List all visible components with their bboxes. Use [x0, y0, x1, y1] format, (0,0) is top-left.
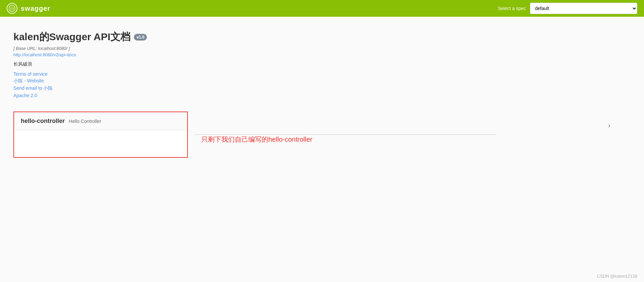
api-description: 长风破浪	[13, 61, 617, 67]
api-links: Terms of service 小陈 - Website Send email…	[13, 71, 617, 98]
watermark: CSDN @kalen12138	[597, 274, 637, 279]
spec-select[interactable]: default	[530, 3, 637, 14]
version-badge: v1.0	[134, 34, 147, 41]
select-spec-label: Select a spec	[498, 6, 526, 11]
controller-top-row[interactable]: hello-controller Hello Controller	[14, 112, 187, 130]
controller-left: hello-controller Hello Controller	[21, 118, 101, 125]
api-title: kalen的Swagger API文档	[13, 30, 130, 44]
api-info: kalen的Swagger API文档 v1.0 [ Base URL: loc…	[13, 30, 617, 98]
license-link[interactable]: Apache 2.0	[13, 93, 617, 98]
terms-of-service-link[interactable]: Terms of service	[13, 71, 617, 77]
controller-chevron-icon[interactable]: ›	[608, 122, 610, 129]
controller-empty-area	[14, 130, 187, 157]
controller-name: hello-controller	[21, 118, 65, 125]
brand: {-} swagger	[7, 3, 50, 14]
controller-section: hello-controller Hello Controller › 只剩下我…	[13, 112, 617, 158]
navbar-right: Select a spec default	[498, 3, 637, 14]
swagger-logo: {-}	[7, 3, 17, 14]
brand-name: swagger	[21, 5, 50, 12]
controller-desc: Hello Controller	[69, 119, 101, 124]
base-url: [ Base URL: localhost:8080/ ]	[13, 46, 617, 51]
navbar: {-} swagger Select a spec default	[0, 0, 644, 17]
watermark-text: CSDN @kalen12138	[597, 274, 637, 279]
svg-text:{-}: {-}	[10, 7, 14, 10]
api-title-row: kalen的Swagger API文档 v1.0	[13, 30, 617, 44]
annotation-text: 只剩下我们自己编写的hello-controller	[201, 135, 312, 144]
controller-highlight-box: hello-controller Hello Controller	[13, 112, 188, 158]
controller-wrapper: hello-controller Hello Controller › 只剩下我…	[13, 112, 617, 158]
api-docs-link[interactable]: http://localhost:8080/v2/api-docs	[13, 52, 617, 57]
main-content: kalen的Swagger API文档 v1.0 [ Base URL: loc…	[0, 17, 631, 171]
email-link[interactable]: Send email to 小陈	[13, 85, 617, 91]
website-link[interactable]: 小陈 - Website	[13, 78, 617, 84]
